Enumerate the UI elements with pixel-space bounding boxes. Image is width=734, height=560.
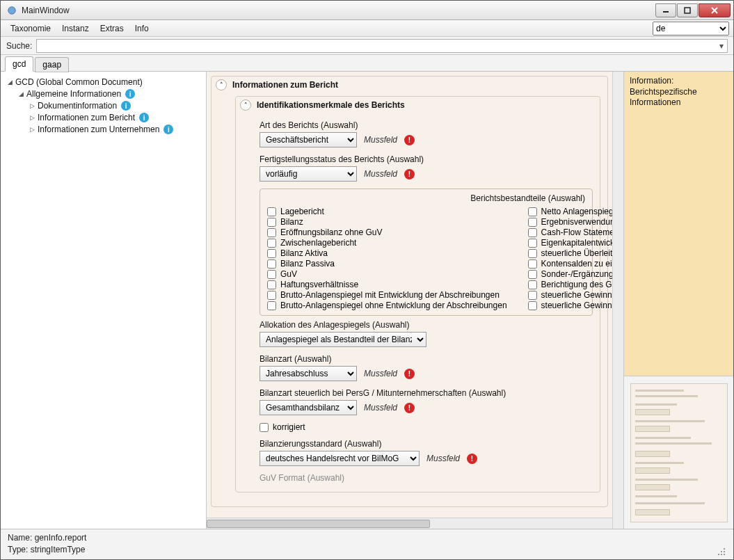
tree-informationen-unternehmen[interactable]: ▷Informationen zum Unternehmeni	[29, 124, 203, 135]
checkbox-row: Eröffnungsbilanz ohne GuV	[267, 227, 507, 237]
checkbox-row: Cash-Flow Statement	[528, 227, 612, 237]
minimize-button[interactable]	[655, 3, 676, 17]
language-select[interactable]: de	[653, 22, 729, 35]
select-art[interactable]: Geschäftsbericht	[260, 132, 357, 147]
vertical-scrollbar[interactable]	[612, 72, 623, 529]
checkbox-item[interactable]	[267, 259, 276, 269]
checkbox-label: steuerliche Überleitungsrechnung	[541, 248, 612, 258]
svg-point-0	[8, 6, 16, 14]
form-scrollarea[interactable]: ˄ Informationen zum Bericht ˄ Identifika…	[207, 72, 612, 518]
collapse-icon[interactable]: ˄	[240, 99, 251, 111]
checkbox-row: steuerliche Gewinnermittlung bei P	[528, 301, 612, 310]
close-button[interactable]	[699, 3, 731, 17]
checkbox-item[interactable]	[528, 228, 537, 237]
checkbox-item[interactable]	[267, 218, 276, 227]
checkbox-label: Brutto-Anlagenspiegel ohne Entwicklung d…	[280, 301, 507, 310]
checkbox-row: steuerliche Gewinnermittlung	[528, 290, 612, 300]
tree-pane[interactable]: ◢GCD (Global Common Document) ◢Allgemein…	[1, 72, 207, 529]
checkbox-row: Zwischenlagebericht	[267, 238, 507, 248]
checkbox-item[interactable]	[528, 218, 537, 227]
checkbox-item[interactable]	[267, 239, 276, 248]
select-bilanzart[interactable]: Jahresabschluss	[260, 366, 357, 381]
checkbox-item[interactable]	[267, 207, 276, 216]
checkbox-item[interactable]	[528, 207, 537, 216]
checkbox-row: Haftungsverhältnisse	[267, 280, 507, 289]
section-inner-header[interactable]: ˄ Identifikationsmerkmale des Berichts	[236, 97, 600, 113]
horizontal-scrollbar[interactable]	[207, 518, 612, 529]
checkbox-row: Lagebericht	[267, 207, 507, 216]
svg-rect-5	[724, 548, 725, 550]
checkbox-row: Bilanz Passiva	[267, 259, 507, 269]
checkbox-item[interactable]	[528, 249, 537, 258]
select-bilanzart-st[interactable]: Gesamthandsbilanz	[260, 400, 357, 415]
checkbox-item[interactable]	[528, 270, 537, 279]
section-inner: ˄ Identifikationsmerkmale des Berichts A…	[235, 96, 600, 493]
checkbox-label: Sonder-/Ergänzungsbilanzen als Fr	[541, 269, 612, 279]
checkbox-item[interactable]	[528, 280, 537, 289]
maximize-button[interactable]	[677, 3, 698, 17]
checkbox-label: Haftungsverhältnisse	[280, 280, 358, 289]
menu-taxonomie[interactable]: Taxonomie	[5, 22, 56, 35]
checkbox-item[interactable]	[267, 301, 276, 310]
checkbox-row: Brutto-Anlagenspiegel ohne Entwicklung d…	[267, 301, 507, 310]
page-thumbnail[interactable]	[630, 383, 728, 522]
checkbox-item[interactable]	[267, 291, 276, 300]
checkbox-row: Netto Anlagenspiegel	[528, 207, 612, 216]
tree-allgemeine[interactable]: ◢Allgemeine Informationeni	[17, 88, 203, 99]
menubar: Taxonomie Instanz Extras Info de	[1, 20, 733, 37]
tree-root[interactable]: ◢GCD (Global Common Document)	[6, 77, 203, 88]
select-status[interactable]: vorläufig	[260, 166, 357, 182]
checkbox-item[interactable]	[267, 270, 276, 279]
section-outer-header[interactable]: ˄ Informationen zum Bericht	[212, 77, 607, 93]
tab-gaap[interactable]: gaap	[35, 57, 69, 72]
resize-grip[interactable]	[715, 545, 726, 557]
status-name-label: Name:	[8, 533, 32, 543]
section-outer: ˄ Informationen zum Bericht ˄ Identifika…	[211, 76, 608, 507]
select-allok[interactable]: Anlagespiegel als Bestandteil der Bilanz	[260, 332, 426, 347]
info-icon: i	[121, 101, 131, 111]
tab-gcd[interactable]: gcd	[5, 56, 33, 72]
label-bilanzart-st: Bilanzart steuerlich bei PersG / Mitunte…	[260, 388, 593, 398]
checkbox-row: Berichtigung des Gewinns bei Wec	[528, 280, 612, 289]
checkbox-label: Lagebericht	[280, 207, 324, 216]
checkbox-row: Bilanz	[267, 217, 507, 227]
search-input[interactable]	[36, 39, 728, 53]
search-label: Suche:	[6, 41, 32, 51]
main-window: MainWindow Taxonomie Instanz Extras Info…	[0, 0, 734, 560]
checkbox-item[interactable]	[528, 291, 537, 300]
select-std[interactable]: deutsches Handelsrecht vor BilMoG	[260, 451, 420, 466]
mussfeld-label: Mussfeld	[364, 403, 397, 413]
checkbox-row: GuV	[267, 269, 507, 279]
checkbox-item[interactable]	[528, 239, 537, 248]
checkbox-item[interactable]	[528, 259, 537, 269]
checkbox-korrigiert[interactable]	[260, 423, 269, 432]
collapse-icon[interactable]: ˄	[216, 79, 227, 90]
label-guv-truncated: GuV Format (Auswahl)	[260, 473, 593, 483]
tree-informationen-bericht[interactable]: ▷Informationen zum Berichti	[29, 112, 203, 123]
error-icon: !	[404, 403, 415, 413]
checkbox-label: steuerliche Gewinnermittlung bei P	[541, 301, 612, 310]
tabstrip: gcd gaap	[1, 55, 733, 72]
right-pane: Information: Berichtspezifische Informat…	[623, 72, 733, 529]
info-icon: i	[139, 113, 149, 122]
label-bilanzart: Bilanzart (Auswahl)	[260, 354, 593, 364]
checkbox-item[interactable]	[267, 228, 276, 237]
menu-extras[interactable]: Extras	[95, 22, 129, 35]
status-name-value: genInfo.report	[35, 533, 87, 543]
body: ◢GCD (Global Common Document) ◢Allgemein…	[1, 72, 733, 529]
checkbox-item[interactable]	[528, 301, 537, 310]
checkbox-row: Bilanz Aktiva	[267, 248, 507, 258]
info-icon: i	[163, 125, 173, 134]
mussfeld-label: Mussfeld	[426, 454, 460, 463]
checkbox-item[interactable]	[267, 280, 276, 289]
thumbnail-panel	[624, 376, 733, 529]
svg-rect-2	[685, 8, 690, 13]
checkbox-label: Ergebnisverwendung	[541, 217, 612, 227]
checkbox-label: steuerliche Gewinnermittlung	[541, 290, 612, 300]
menu-instanz[interactable]: Instanz	[56, 22, 95, 35]
info-icon: i	[125, 89, 135, 99]
svg-rect-7	[724, 551, 725, 552]
tree-dokumentinformation[interactable]: ▷Dokumentinformationi	[29, 100, 203, 111]
menu-info[interactable]: Info	[129, 22, 154, 35]
checkbox-item[interactable]	[267, 249, 276, 258]
